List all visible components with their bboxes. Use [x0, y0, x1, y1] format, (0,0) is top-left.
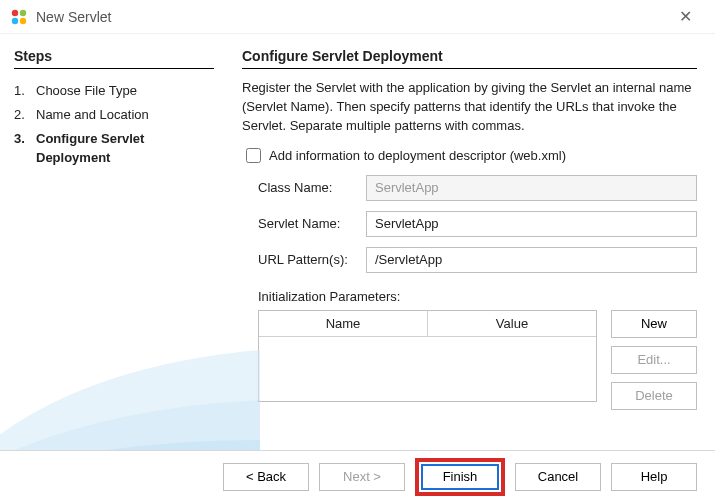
back-button[interactable]: < Back — [223, 463, 309, 491]
init-params-area: Name Value New Edit... Delete — [242, 310, 697, 410]
step-label: Choose File Type — [36, 82, 214, 100]
url-pattern-row: URL Pattern(s): — [242, 247, 697, 273]
svg-point-1 — [20, 9, 26, 15]
finish-button[interactable]: Finish — [421, 464, 499, 490]
titlebar: New Servlet ✕ — [0, 0, 715, 34]
step-label: Name and Location — [36, 106, 214, 124]
wizard-footer: < Back Next > Finish Cancel Help — [0, 450, 715, 502]
wizard-body: Steps 1. Choose File Type 2. Name and Lo… — [0, 34, 715, 450]
init-params-label: Initialization Parameters: — [242, 289, 697, 304]
step-item-configure-deployment: 3. Configure Servlet Deployment — [14, 127, 214, 169]
servlet-name-field[interactable] — [366, 211, 697, 237]
class-name-field — [366, 175, 697, 201]
step-label: Configure Servlet Deployment — [36, 130, 214, 166]
divider — [242, 68, 697, 69]
steps-list: 1. Choose File Type 2. Name and Location… — [14, 79, 214, 170]
app-icon — [10, 8, 28, 26]
add-to-webxml-checkbox[interactable] — [246, 148, 261, 163]
delete-button[interactable]: Delete — [611, 382, 697, 410]
servlet-name-row: Servlet Name: — [242, 211, 697, 237]
col-name: Name — [259, 311, 428, 337]
url-pattern-field[interactable] — [366, 247, 697, 273]
decor-swoosh — [0, 290, 260, 450]
close-icon[interactable]: ✕ — [665, 7, 705, 26]
svg-point-2 — [12, 17, 18, 23]
init-params-buttons: New Edit... Delete — [611, 310, 697, 410]
servlet-name-label: Servlet Name: — [258, 216, 366, 231]
steps-heading: Steps — [14, 48, 214, 64]
help-button[interactable]: Help — [611, 463, 697, 491]
add-to-webxml-row[interactable]: Add information to deployment descriptor… — [242, 148, 697, 163]
window-title: New Servlet — [36, 9, 665, 25]
main-panel: Configure Servlet Deployment Register th… — [230, 34, 715, 450]
divider — [14, 68, 214, 69]
page-title: Configure Servlet Deployment — [242, 48, 697, 64]
step-number: 1. — [14, 82, 36, 100]
new-button[interactable]: New — [611, 310, 697, 338]
step-number: 2. — [14, 106, 36, 124]
next-button[interactable]: Next > — [319, 463, 405, 491]
step-item-name-location: 2. Name and Location — [14, 103, 214, 127]
steps-sidebar: Steps 1. Choose File Type 2. Name and Lo… — [0, 34, 230, 450]
svg-point-0 — [12, 9, 18, 15]
step-item-choose-file-type: 1. Choose File Type — [14, 79, 214, 103]
url-pattern-label: URL Pattern(s): — [258, 252, 366, 267]
col-value: Value — [428, 311, 597, 337]
cancel-button[interactable]: Cancel — [515, 463, 601, 491]
edit-button[interactable]: Edit... — [611, 346, 697, 374]
init-params-table[interactable]: Name Value — [258, 310, 597, 402]
class-name-row: Class Name: — [242, 175, 697, 201]
svg-point-3 — [20, 17, 26, 23]
table-header-row: Name Value — [259, 311, 596, 337]
add-to-webxml-label: Add information to deployment descriptor… — [269, 148, 566, 163]
class-name-label: Class Name: — [258, 180, 366, 195]
step-number: 3. — [14, 130, 36, 148]
finish-highlight: Finish — [415, 458, 505, 496]
wizard-window: New Servlet ✕ Steps 1. Choose File Type … — [0, 0, 715, 502]
page-description: Register the Servlet with the applicatio… — [242, 79, 697, 136]
